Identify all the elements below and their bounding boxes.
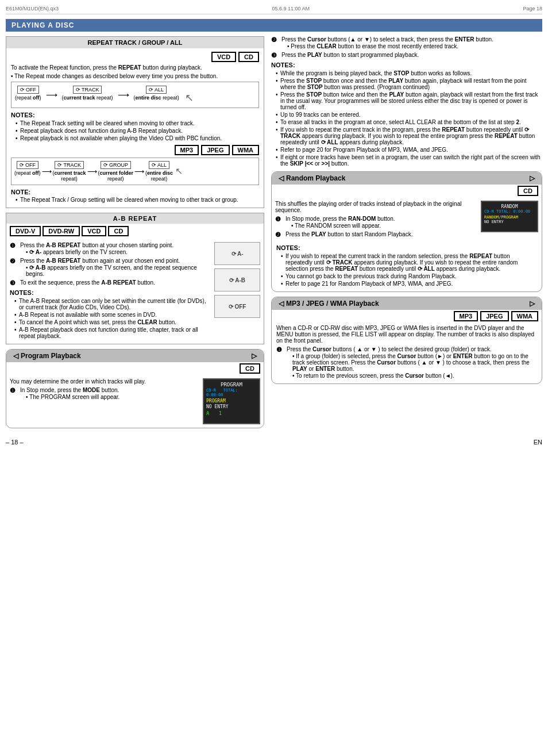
page-footer: – 18 – EN xyxy=(6,439,542,446)
jpeg-badge: JPEG xyxy=(201,145,229,155)
mp3-wma-header: ◁ MP3 / JPEG / WMA Playback ▷ xyxy=(272,297,542,310)
date-info: 05.6.9 11:00 AM xyxy=(272,6,310,11)
program-cd-badge: CD xyxy=(240,363,260,374)
mp3-badge2: MP3 xyxy=(454,311,478,321)
repeat-diagram-vcd: ⟳ OFF (repeat off) ⟶ ⟳ TRACK (current tr… xyxy=(11,82,259,108)
ab-repeat-title: A-B REPEAT xyxy=(6,213,264,224)
program-header: ◁ Program Playback ▷ xyxy=(6,350,264,362)
repeat-notes: NOTES: The Repeat Track setting will be … xyxy=(11,112,259,141)
page-number: – 18 – xyxy=(6,439,24,446)
right-steps: ❷ Press the Cursor buttons (▲ or ▼) to s… xyxy=(271,36,542,167)
program-screen: PROGRAM CD-R TOTAL: 0:00:00 PROGRAM NO E… xyxy=(203,378,260,424)
mp3-badge: MP3 xyxy=(175,145,199,155)
ab-repeat-section: A-B REPEAT DVD-V DVD-RW VCD CD ❶ Press t… xyxy=(6,213,264,344)
random-screen: RANDOM CD-R TOTAL: 0:00:00 RANDOM/PROGRA… xyxy=(481,201,538,232)
main-section-title: PLAYING A DISC xyxy=(6,19,542,32)
dvdrw-badge: DVD-RW xyxy=(43,226,80,236)
repeat-section: REPEAT TRACK / GROUP / ALL VCD CD To act… xyxy=(6,36,264,208)
wma-badge2: WMA xyxy=(511,311,539,321)
cd-badge: CD xyxy=(238,52,259,62)
page-header: E61M0/M1UD(EN).qx3 05.6.9 11:00 AM Page … xyxy=(6,6,542,14)
cd-badge2: CD xyxy=(108,226,129,236)
repeat-intro: To activate the Repeat function, press t… xyxy=(11,64,259,71)
ab-image-off: ⟳ OFF xyxy=(214,295,260,318)
wma-badge: WMA xyxy=(232,145,260,155)
ab-image-a: ⟳ A- xyxy=(214,242,260,265)
program-notes: NOTES: While the program is being played… xyxy=(271,62,542,167)
ab-image-ab: ⟳ A-B xyxy=(214,268,260,291)
vcd-badge2: VCD xyxy=(82,226,106,236)
mp3-wma-section: ◁ MP3 / JPEG / WMA Playback ▷ MP3 JPEG W… xyxy=(271,297,542,384)
language: EN xyxy=(534,439,542,446)
ab-notes: NOTES: The A-B Repeat section can only b… xyxy=(10,289,210,339)
repeat-bullet: • The Repeat mode changes as described b… xyxy=(11,73,259,79)
random-cd-badge: CD xyxy=(518,186,538,196)
program-playback-section: ◁ Program Playback ▷ CD You may determin… xyxy=(6,349,264,428)
random-playback-section: ◁ Random Playback ▷ CD This shuffles the… xyxy=(271,171,542,292)
repeat-diagram-mp3: ⟳ OFF (repeat off) ⟶ ⟳ TRACK (current tr… xyxy=(11,158,259,185)
vcd-badge: VCD xyxy=(211,52,236,62)
dvdv-badge: DVD-V xyxy=(10,226,41,236)
jpeg-badge2: JPEG xyxy=(480,311,508,321)
repeat-note: NOTE: The Repeat Track / Group setting w… xyxy=(11,189,259,203)
repeat-title: REPEAT TRACK / GROUP / ALL xyxy=(6,37,264,48)
random-header: ◁ Random Playback ▷ xyxy=(272,172,542,185)
page-info: Page 18 xyxy=(523,6,542,11)
file-info: E61M0/M1UD(EN).qx3 xyxy=(6,6,59,11)
